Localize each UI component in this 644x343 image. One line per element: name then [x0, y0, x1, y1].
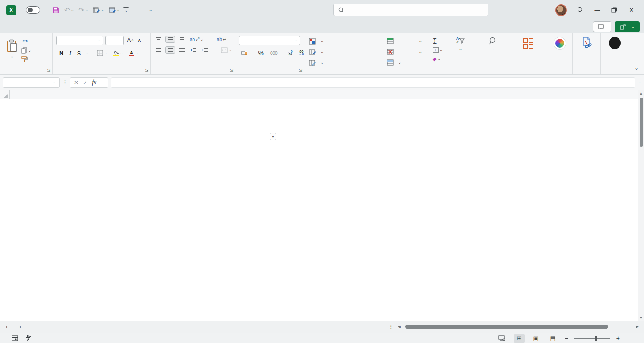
addins-button[interactable] — [509, 36, 547, 51]
confirm-entry-icon[interactable]: ✓ — [83, 79, 87, 86]
collapse-ribbon-icon[interactable]: ⌄ — [634, 65, 639, 71]
redo-icon[interactable]: ↷⌄ — [77, 5, 90, 15]
bold-button[interactable]: N — [58, 50, 65, 57]
zoom-in-icon[interactable]: + — [616, 335, 620, 342]
autosave-toggle[interactable] — [26, 6, 40, 14]
sheetbar-handle[interactable]: ⋮ — [389, 324, 394, 330]
decrease-indent-icon[interactable] — [189, 47, 198, 53]
accessibility-status[interactable] — [25, 335, 33, 341]
create-pdf-button[interactable] — [573, 36, 600, 51]
excel-logo-icon[interactable]: X — [6, 5, 16, 15]
accounting-format-icon[interactable]: ⌄ — [240, 50, 254, 56]
search-box[interactable] — [333, 4, 488, 16]
autosum-icon[interactable]: ∑⌄ — [431, 37, 444, 44]
user-avatar[interactable] — [555, 4, 567, 16]
filter-dropdown-button[interactable]: ▼ — [270, 133, 276, 140]
orientation-icon[interactable]: ab⤢⌄ — [189, 36, 205, 42]
sort-filter-button[interactable]: AZ ⌄ — [447, 36, 475, 74]
scroll-left-icon[interactable]: ◀ — [396, 325, 402, 329]
increase-font-icon[interactable]: A^ — [126, 37, 135, 44]
save-icon[interactable] — [51, 5, 61, 15]
find-select-button[interactable]: ⌄ — [477, 36, 509, 74]
horizontal-scroll-thumb[interactable] — [405, 325, 608, 329]
insert-function-icon[interactable]: fx — [92, 79, 96, 86]
underline-chevron-icon[interactable]: ⌄ — [85, 51, 89, 55]
delete-cells-button[interactable]: ⌄ — [387, 46, 427, 57]
next-sheet-icon[interactable]: › — [13, 324, 27, 330]
align-middle-icon[interactable] — [165, 36, 175, 43]
font-color-icon[interactable]: A⌄ — [127, 50, 140, 57]
formula-bar-handle[interactable]: ⋮ — [62, 79, 67, 85]
font-name-select[interactable]: ⌄ — [56, 36, 103, 45]
restore-button[interactable] — [611, 7, 617, 13]
number-format-select[interactable]: ⌄ — [239, 36, 300, 45]
align-bottom-icon[interactable] — [177, 36, 186, 42]
normal-view-icon[interactable]: ⊞ — [514, 334, 525, 343]
format-painter-icon[interactable] — [21, 56, 32, 62]
increase-indent-icon[interactable] — [200, 47, 209, 53]
align-right-icon[interactable] — [177, 47, 186, 53]
conditional-formatting-button[interactable]: ⌄ — [309, 36, 382, 46]
macro-record-icon[interactable] — [12, 335, 18, 341]
select-all-corner[interactable] — [0, 90, 10, 99]
align-left-icon[interactable] — [154, 47, 163, 53]
scroll-right-icon[interactable]: ▶ — [634, 325, 640, 329]
font-dialog-launcher[interactable]: ⇲ — [145, 68, 148, 73]
vertical-scrollbar[interactable]: ▲ ▼ — [638, 90, 644, 321]
vertical-scroll-thumb[interactable] — [640, 98, 643, 147]
clipboard-dialog-launcher[interactable]: ⇲ — [47, 68, 50, 73]
share-button[interactable]: ⌄ — [615, 21, 640, 32]
lightbulb-icon[interactable] — [577, 7, 583, 14]
comments-button[interactable] — [593, 21, 611, 32]
zoom-slider-handle[interactable] — [595, 336, 597, 341]
italic-button[interactable]: I — [68, 49, 72, 57]
display-settings-button[interactable] — [498, 335, 508, 341]
align-top-icon[interactable] — [154, 36, 163, 42]
zoom-slider[interactable] — [574, 338, 610, 339]
scroll-up-icon[interactable]: ▲ — [640, 90, 643, 96]
format-as-table-button[interactable]: ⌄ — [309, 46, 382, 57]
copy-icon[interactable]: ⌄ — [21, 47, 32, 54]
percent-icon[interactable]: % — [257, 49, 265, 57]
cancel-entry-icon[interactable]: ✕ — [74, 79, 78, 86]
fill-icon[interactable]: ↓⌄ — [431, 47, 444, 53]
clear-icon[interactable]: ◆⌄ — [431, 56, 444, 62]
underline-button[interactable]: S — [76, 50, 82, 57]
page-layout-view-icon[interactable]: ▣ — [531, 334, 541, 343]
scroll-down-icon[interactable]: ▼ — [640, 314, 643, 321]
close-button[interactable]: ✕ — [627, 7, 636, 13]
addins-icon — [522, 37, 534, 49]
minimize-button[interactable]: — — [593, 7, 602, 13]
chatgpt-button[interactable] — [601, 36, 629, 52]
paste-button[interactable]: ⌄ — [6, 39, 18, 58]
fill-color-icon[interactable]: ⌄ — [112, 50, 125, 57]
zoom-out-icon[interactable]: − — [565, 335, 568, 342]
customize-table-icon-2[interactable]: ⌄ — [107, 6, 122, 15]
undo-icon[interactable]: ↶⌄ — [63, 5, 75, 15]
horizontal-scrollbar[interactable] — [405, 324, 632, 330]
page-break-view-icon[interactable]: ▤ — [548, 334, 558, 343]
comma-icon[interactable]: 000 — [269, 50, 279, 56]
expand-formula-bar-icon[interactable]: ⌄ — [638, 80, 641, 84]
name-box[interactable]: ⌄ — [3, 77, 60, 88]
wrap-text-icon[interactable]: ab↩ — [216, 37, 228, 42]
borders-icon[interactable]: ⌄ — [95, 50, 109, 57]
insert-cells-button[interactable]: ⌄ — [387, 36, 427, 46]
copilot-button[interactable] — [547, 36, 572, 51]
worksheet-grid[interactable]: ▼ — [0, 90, 638, 321]
formula-content[interactable] — [111, 77, 636, 88]
qat-dropdown-icon[interactable]: ⌄ — [123, 7, 129, 13]
customize-table-icon[interactable]: ⌄ — [91, 6, 106, 15]
font-size-select[interactable]: ⌄ — [105, 36, 124, 45]
format-cells-button[interactable]: ⌄ — [387, 57, 427, 68]
increase-decimal-icon[interactable]: ←0.00 — [287, 50, 294, 57]
align-center-icon[interactable] — [165, 46, 175, 54]
number-dialog-launcher[interactable]: ⇲ — [299, 68, 302, 73]
cut-icon[interactable]: ✂ — [21, 37, 29, 45]
alignment-dialog-launcher[interactable]: ⇲ — [230, 68, 233, 73]
decrease-decimal-icon[interactable]: .00→0 — [298, 50, 305, 57]
merge-center-icon[interactable]: ⌄ — [219, 47, 234, 54]
decrease-font-icon[interactable]: A⌄ — [136, 37, 147, 44]
cell-styles-button[interactable]: ⌄ — [309, 57, 382, 68]
prev-sheet-icon[interactable]: ‹ — [0, 324, 13, 330]
